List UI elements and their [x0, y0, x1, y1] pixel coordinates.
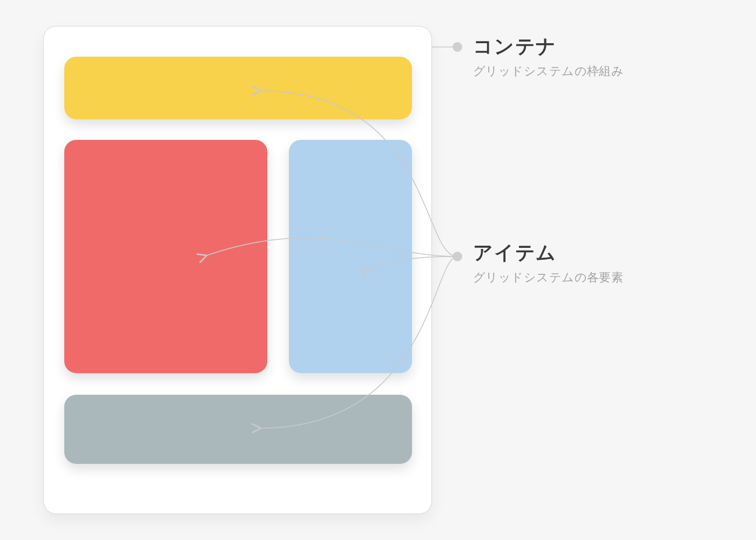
label-container-subtitle: グリッドシステムの枠組み — [473, 63, 624, 79]
callout-dot-container — [453, 42, 462, 52]
grid-item-slate — [64, 395, 412, 464]
grid-item-blue — [289, 140, 412, 373]
label-container-title: コンテナ — [473, 33, 624, 60]
label-container: コンテナ グリッドシステムの枠組み — [473, 33, 624, 79]
label-item-subtitle: グリッドシステムの各要素 — [473, 269, 623, 286]
grid-item-red — [64, 140, 267, 373]
grid-item-yellow — [64, 57, 412, 119]
label-item: アイテム グリッドシステムの各要素 — [473, 240, 623, 286]
grid-container-frame — [43, 26, 432, 514]
callout-dot-item — [453, 252, 462, 261]
label-item-title: アイテム — [473, 240, 623, 266]
